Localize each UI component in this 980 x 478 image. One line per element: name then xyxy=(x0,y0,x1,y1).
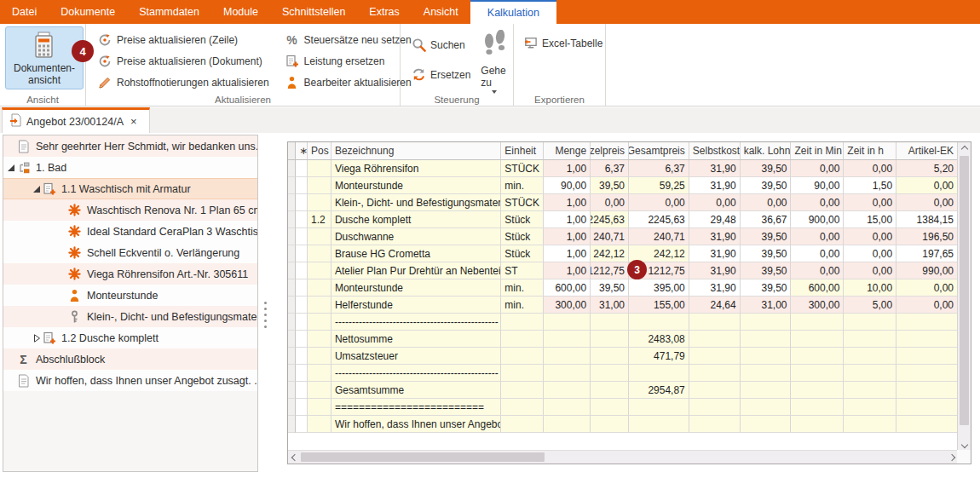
menu-tab-schnittstellen[interactable]: Schnittstellen xyxy=(270,0,357,24)
grid-cell-pos[interactable] xyxy=(308,160,331,177)
grid-cell-zeit-in-h[interactable]: 0,00 xyxy=(844,262,896,279)
row-indicator-cell[interactable] xyxy=(288,314,296,331)
vertical-scrollbar[interactable] xyxy=(957,142,971,452)
star-cell[interactable] xyxy=(296,262,308,279)
row-indicator-cell[interactable] xyxy=(288,262,296,279)
grid-cell-einzelpreis[interactable]: 31,00 xyxy=(591,297,629,314)
grid-cell-bezeichnung[interactable]: ----------------------------------------… xyxy=(331,314,501,331)
row-indicator-cell[interactable] xyxy=(288,245,296,262)
grid-cell-menge[interactable] xyxy=(544,348,591,365)
grid-cell-gesamtpreis[interactable]: 240,71 xyxy=(629,228,689,245)
grid-cell-selbstkost[interactable] xyxy=(689,365,741,382)
grid-cell-menge[interactable] xyxy=(544,382,591,399)
tree-item[interactable]: Viega Röhrensifon Art.-Nr. 305611 xyxy=(3,263,257,285)
grid-cell-pos[interactable] xyxy=(308,331,331,348)
grid-cell-artikel-ek[interactable]: 990,00 xyxy=(896,262,958,279)
grid-cell-zeit-in-h[interactable]: 0,00 xyxy=(844,245,896,262)
grid-cell-menge[interactable]: 1,00 xyxy=(544,245,591,262)
grid-cell-pos[interactable] xyxy=(308,365,331,382)
grid-cell-bezeichnung[interactable]: Gesamtsumme xyxy=(331,382,501,399)
grid-cell-kalk-lohns[interactable] xyxy=(741,365,792,382)
grid-cell-bezeichnung[interactable]: Viega Röhrensifon xyxy=(331,160,501,177)
grid-cell-menge[interactable] xyxy=(544,399,591,416)
grid-cell-bezeichnung[interactable]: Nettosumme xyxy=(331,331,501,348)
grid-cell-kalk-lohns[interactable]: 39,50 xyxy=(741,245,792,262)
grid-cell-einzelpreis[interactable]: 242,12 xyxy=(591,245,629,262)
grid-cell-einzelpreis[interactable] xyxy=(591,331,629,348)
grid-cell-gesamtpreis[interactable]: 59,25 xyxy=(629,177,689,194)
grid-cell-gesamtpreis[interactable]: 2954,87 xyxy=(629,382,689,399)
grid-cell-bezeichnung[interactable]: Duschwanne xyxy=(331,228,501,245)
star-cell[interactable] xyxy=(296,279,308,297)
document-tab-angebot[interactable]: Angebot 23/00124/A × xyxy=(2,107,150,133)
scroll-up-button[interactable] xyxy=(958,142,971,156)
grid-cell-bezeichnung[interactable]: Klein-, Dicht- und Befestigungsmaterial xyxy=(331,194,501,211)
star-cell[interactable] xyxy=(296,245,308,262)
tree-item[interactable]: Waschtisch Renova Nr. 1 Plan 65 cm A... xyxy=(3,199,257,221)
grid-cell-einheit[interactable] xyxy=(501,365,544,382)
grid-cell-zeit-in-min[interactable]: 0,00 xyxy=(791,194,844,211)
star-cell[interactable] xyxy=(296,211,308,228)
grid-cell-bezeichnung[interactable]: Monteurstunde xyxy=(331,177,501,194)
collapse-arrow-icon[interactable] xyxy=(6,163,16,173)
grid-cell-zeit-in-min[interactable] xyxy=(791,416,844,433)
grid-cell-einzelpreis[interactable] xyxy=(591,365,629,382)
grid-cell-kalk-lohns[interactable] xyxy=(741,348,792,365)
grid-cell-pos[interactable] xyxy=(308,348,331,365)
ribbon-button[interactable]: Preise aktualisieren (Dokument) xyxy=(94,51,273,71)
row-indicator-cell[interactable] xyxy=(288,331,296,348)
star-cell[interactable] xyxy=(296,297,308,314)
grid-cell-kalk-lohns[interactable]: 39,50 xyxy=(741,160,792,177)
grid-cell-einheit[interactable]: Stück xyxy=(501,228,544,245)
scroll-left-button[interactable] xyxy=(288,451,302,464)
column-header-Menge[interactable]: Menge xyxy=(544,142,591,160)
grid-cell-menge[interactable] xyxy=(544,365,591,382)
menu-tab-kalkulation[interactable]: Kalkulation xyxy=(470,0,556,24)
grid-cell-einheit[interactable]: STÜCK xyxy=(501,160,544,177)
grid-cell-einzelpreis[interactable]: 39,50 xyxy=(591,279,629,297)
grid-cell-gesamtpreis[interactable]: 395,00 xyxy=(629,279,689,297)
grid-cell-einzelpreis[interactable]: 240,71 xyxy=(591,228,629,245)
grid-cell-pos[interactable] xyxy=(308,416,331,433)
grid-cell-menge[interactable] xyxy=(544,331,591,348)
grid-cell-zeit-in-h[interactable]: 15,00 xyxy=(844,211,896,228)
grid-cell-zeit-in-min[interactable]: 300,00 xyxy=(791,297,844,314)
grid-cell-artikel-ek[interactable]: 0,00 xyxy=(896,279,958,297)
grid-cell-artikel-ek[interactable] xyxy=(896,416,958,433)
grid-cell-einheit[interactable]: STÜCK xyxy=(501,194,544,211)
grid-cell-einzelpreis[interactable] xyxy=(591,314,629,331)
tree-item[interactable]: ΣAbschlußblock xyxy=(3,348,257,370)
grid-cell-einzelpreis[interactable]: 1212,75 xyxy=(591,262,629,279)
row-indicator-cell[interactable] xyxy=(288,416,296,433)
horizontal-scroll-thumb[interactable] xyxy=(301,452,545,462)
grid-cell-zeit-in-h[interactable] xyxy=(844,416,896,433)
grid-cell-pos[interactable] xyxy=(308,228,331,245)
grid-cell-zeit-in-min[interactable]: 0,00 xyxy=(791,160,844,177)
grid-cell-zeit-in-min[interactable]: 90,00 xyxy=(791,177,844,194)
grid-cell-einzelpreis[interactable]: 2245,63 xyxy=(591,211,629,228)
grid-cell-pos[interactable] xyxy=(308,382,331,399)
grid-cell-selbstkost[interactable]: 31,90 xyxy=(689,279,741,297)
excel-tabelle-button[interactable]: Excel-Tabelle xyxy=(519,33,600,53)
grid-cell-artikel-ek[interactable] xyxy=(896,331,958,348)
ersetzen-button[interactable]: Ersetzen xyxy=(407,65,474,84)
grid-cell-artikel-ek[interactable] xyxy=(896,365,958,382)
grid-cell-kalk-lohns[interactable]: 39,50 xyxy=(741,279,792,297)
expand-arrow-icon[interactable] xyxy=(32,333,42,343)
grid-cell-selbstkost[interactable]: 24,64 xyxy=(689,297,741,314)
grid-cell-artikel-ek[interactable] xyxy=(896,382,958,399)
grid-cell-einzelpreis[interactable]: 0,00 xyxy=(591,194,629,211)
grid-cell-pos[interactable] xyxy=(308,279,331,297)
star-cell[interactable] xyxy=(296,314,308,331)
menu-tab-stammdaten[interactable]: Stammdaten xyxy=(127,0,211,24)
star-cell[interactable] xyxy=(296,177,308,194)
grid-cell-bezeichnung[interactable]: Atelier Plan Pur Drehtür an Nebenteil u xyxy=(331,262,501,279)
grid-cell-zeit-in-min[interactable] xyxy=(791,331,844,348)
grid-cell-zeit-in-min[interactable] xyxy=(791,365,844,382)
grid-cell-kalk-lohns[interactable] xyxy=(741,314,792,331)
grid-cell-menge[interactable]: 300,00 xyxy=(544,297,591,314)
grid-cell-gesamtpreis[interactable] xyxy=(629,365,689,382)
tree-item[interactable]: Ideal Standard CeraPlan 3 Waschtisch... xyxy=(3,221,257,242)
close-icon[interactable]: × xyxy=(130,115,137,128)
grid-cell-zeit-in-h[interactable] xyxy=(844,365,896,382)
